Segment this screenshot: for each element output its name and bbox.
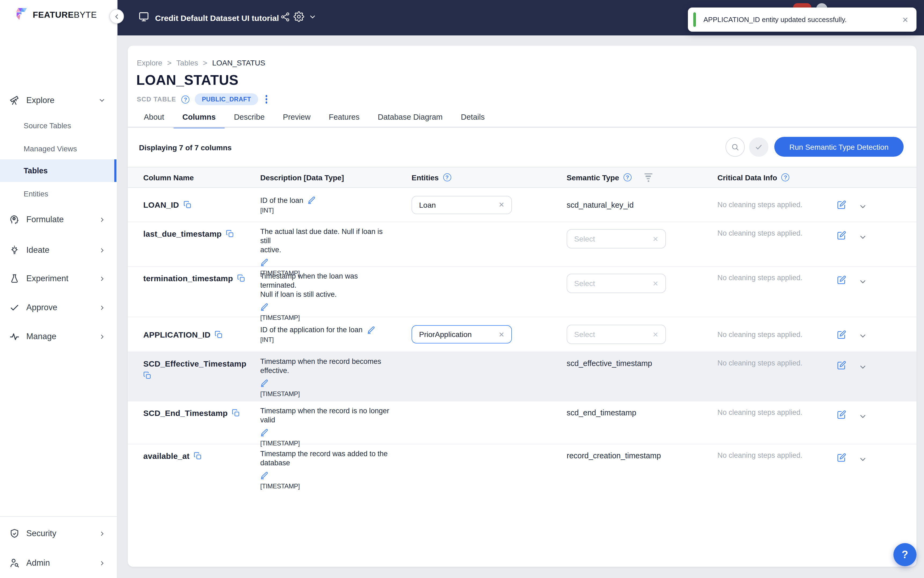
critical-data-info: No cleaning steps applied. — [717, 359, 802, 367]
workspace-title[interactable]: Credit Default Dataset UI tutorial — [155, 13, 279, 22]
header-entities: Entities — [412, 173, 567, 182]
main-content-card: Explore > Tables > LOAN_STATUS LOAN_STAT… — [128, 45, 916, 567]
expand-row-icon[interactable] — [859, 332, 867, 340]
filter-icon[interactable] — [644, 173, 652, 182]
clear-select-icon[interactable]: ✕ — [652, 279, 658, 287]
clear-select-icon[interactable]: ✕ — [652, 235, 658, 243]
critical-data-info: No cleaning steps applied. — [717, 229, 802, 237]
copy-icon[interactable] — [215, 330, 223, 338]
edit-row-icon[interactable] — [837, 410, 846, 419]
breadcrumb-tables[interactable]: Tables — [176, 58, 198, 67]
edit-description-icon[interactable] — [367, 325, 375, 334]
sidebar-item-experiment[interactable]: Experiment — [0, 271, 118, 287]
table-row: SCD_Effective_Timestamp Timestamp when t… — [128, 352, 916, 401]
semantic-type-select[interactable]: Select✕ — [567, 274, 666, 293]
chevron-right-icon — [99, 530, 106, 537]
help-question-icon[interactable] — [781, 173, 789, 182]
sidebar-item-label: Experiment — [26, 274, 68, 283]
sidebar-item-formulate[interactable]: Formulate — [0, 211, 118, 227]
edit-row-icon[interactable] — [837, 330, 846, 339]
remove-entity-icon[interactable]: ✕ — [498, 201, 504, 209]
critical-data-info: No cleaning steps applied. — [717, 274, 802, 282]
sidebar-item-tables[interactable]: Tables — [0, 159, 118, 182]
semantic-type-select[interactable]: Select✕ — [567, 229, 666, 248]
expand-row-icon[interactable] — [859, 412, 867, 421]
gear-icon[interactable] — [293, 11, 304, 24]
sidebar-item-admin[interactable]: Admin — [0, 555, 118, 571]
sidebar-item-security[interactable]: Security — [0, 525, 118, 542]
header-description: Description [Data Type] — [260, 173, 412, 182]
run-semantic-type-detection-button[interactable]: Run Semantic Type Detection — [774, 137, 904, 157]
header-critical-data-info: Critical Data Info — [717, 173, 837, 182]
entity-chip[interactable]: Loan✕ — [412, 196, 512, 214]
monitor-icon[interactable] — [138, 11, 150, 25]
sidebar-item-ideate[interactable]: Ideate — [0, 242, 118, 258]
tab-columns[interactable]: Columns — [173, 111, 225, 123]
edit-row-icon[interactable] — [837, 275, 846, 284]
edit-description-icon[interactable] — [260, 471, 269, 480]
column-name: SCD_Effective_Timestamp — [143, 359, 246, 368]
sidebar-item-explore[interactable]: Explore — [0, 92, 118, 109]
expand-row-icon[interactable] — [859, 233, 867, 242]
remove-entity-icon[interactable]: ✕ — [498, 330, 504, 338]
breadcrumb-explore[interactable]: Explore — [137, 58, 162, 67]
help-question-icon[interactable] — [624, 173, 632, 182]
chevron-right-icon — [99, 333, 106, 340]
tab-details[interactable]: Details — [452, 111, 494, 123]
shield-check-icon — [9, 528, 20, 539]
sidebar-item-entities[interactable]: Entities — [0, 186, 118, 202]
column-description: Timestamp the record was added to the da… — [260, 449, 388, 468]
share-icon[interactable] — [280, 11, 290, 24]
copy-icon[interactable] — [183, 201, 191, 209]
copy-icon[interactable] — [143, 371, 151, 380]
column-name: SCD_End_Timestamp — [143, 408, 228, 417]
close-icon[interactable]: ✕ — [902, 15, 908, 24]
entity-chip[interactable]: PriorApplication✕ — [412, 325, 512, 343]
edit-description-icon[interactable] — [260, 428, 269, 437]
expand-row-icon[interactable] — [859, 363, 867, 371]
sidebar-item-label: Manage — [26, 332, 56, 341]
tab-about[interactable]: About — [135, 111, 173, 123]
featurebyte-logo[interactable]: FEATUREBYTE — [15, 7, 97, 23]
tab-database-diagram[interactable]: Database Diagram — [369, 111, 452, 123]
data-type: [INT] — [260, 336, 274, 343]
header-semantic-type: Semantic Type — [567, 173, 717, 182]
kebab-menu-icon[interactable] — [263, 94, 270, 105]
help-button[interactable]: ? — [893, 543, 916, 566]
help-question-icon[interactable] — [182, 95, 190, 103]
semantic-type-select[interactable]: Select✕ — [567, 325, 666, 344]
sidebar-item-source-tables[interactable]: Source Tables — [0, 117, 118, 134]
help-question-icon[interactable] — [443, 173, 451, 182]
chevron-down-icon[interactable] — [308, 13, 316, 23]
copy-icon[interactable] — [237, 274, 245, 282]
sidebar-item-label: Tables — [24, 166, 48, 175]
tab-preview[interactable]: Preview — [274, 111, 319, 123]
pulse-icon — [9, 331, 20, 342]
expand-row-icon[interactable] — [859, 455, 867, 464]
chevron-down-icon — [98, 97, 106, 104]
copy-icon[interactable] — [226, 230, 234, 238]
edit-row-icon[interactable] — [837, 231, 846, 240]
copy-icon[interactable] — [194, 452, 202, 460]
toast-message: APPLICATION_ID entity updated successful… — [704, 16, 847, 24]
edit-row-icon[interactable] — [837, 453, 846, 462]
edit-row-icon[interactable] — [837, 360, 846, 370]
expand-row-icon[interactable] — [859, 278, 867, 286]
edit-description-icon[interactable] — [260, 258, 269, 267]
edit-description-icon[interactable] — [260, 379, 269, 388]
sidebar-item-managed-views[interactable]: Managed Views — [0, 141, 118, 157]
sidebar-collapse-button[interactable] — [109, 9, 124, 24]
edit-description-icon[interactable] — [308, 196, 316, 205]
expand-row-icon[interactable] — [859, 202, 867, 211]
sidebar-item-approve[interactable]: Approve — [0, 299, 118, 315]
clear-select-icon[interactable]: ✕ — [652, 330, 658, 338]
edit-description-icon[interactable] — [260, 303, 269, 311]
sidebar-item-manage[interactable]: Manage — [0, 328, 118, 344]
search-button[interactable] — [725, 137, 745, 157]
tab-features[interactable]: Features — [319, 111, 368, 123]
edit-row-icon[interactable] — [837, 200, 846, 209]
copy-icon[interactable] — [232, 409, 240, 417]
critical-data-info: No cleaning steps applied. — [717, 451, 802, 459]
bulk-confirm-button[interactable] — [749, 137, 768, 157]
tab-describe[interactable]: Describe — [225, 111, 274, 123]
